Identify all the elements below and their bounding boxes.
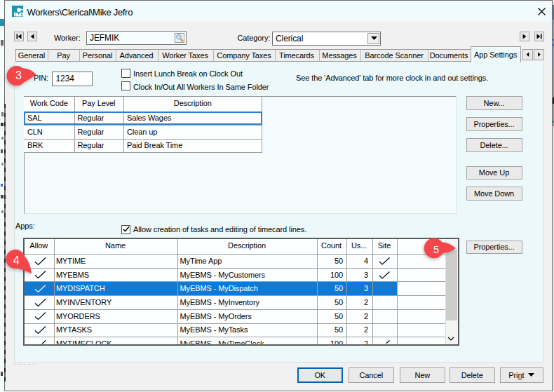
svg-text:3: 3	[15, 69, 22, 81]
svg-text:4: 4	[13, 254, 19, 266]
svg-text:5: 5	[433, 243, 439, 255]
